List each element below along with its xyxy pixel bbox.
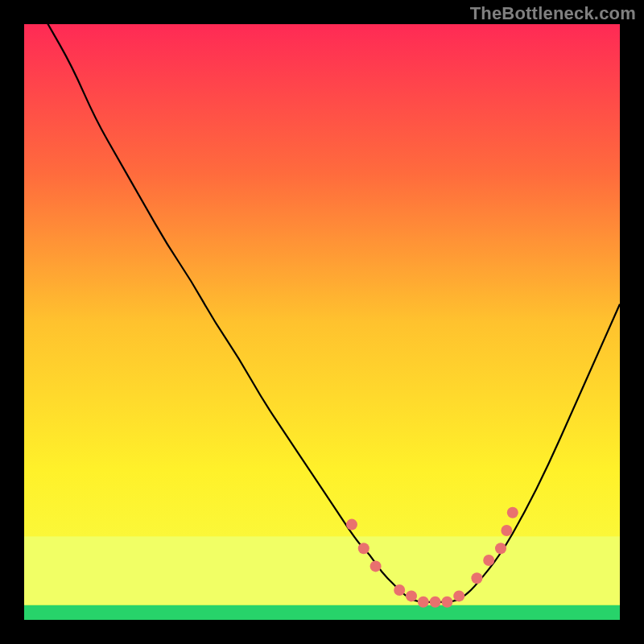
gradient-fill <box>24 24 620 620</box>
highlight-dot <box>441 597 452 608</box>
highlight-dot <box>370 560 382 572</box>
highlight-dot <box>346 519 357 530</box>
highlight-dot <box>453 590 464 601</box>
watermark-text: TheBottleneck.com <box>470 3 636 24</box>
highlight-dot <box>394 584 405 596</box>
highlight-dot <box>430 597 441 608</box>
color-bands <box>24 536 620 620</box>
highlight-dot <box>483 555 494 566</box>
highlight-dot <box>358 543 369 554</box>
highlight-dot <box>418 597 429 608</box>
highlight-dot <box>471 572 482 584</box>
green-band <box>24 605 620 621</box>
plot-area <box>24 0 620 620</box>
highlight-dot <box>507 507 518 518</box>
highlight-dot <box>406 590 417 601</box>
lime-band <box>24 536 620 605</box>
highlight-dot <box>501 525 512 536</box>
highlight-dot <box>495 543 506 554</box>
chart-root: TheBottleneck.com <box>0 0 644 644</box>
chart-svg <box>0 0 644 644</box>
